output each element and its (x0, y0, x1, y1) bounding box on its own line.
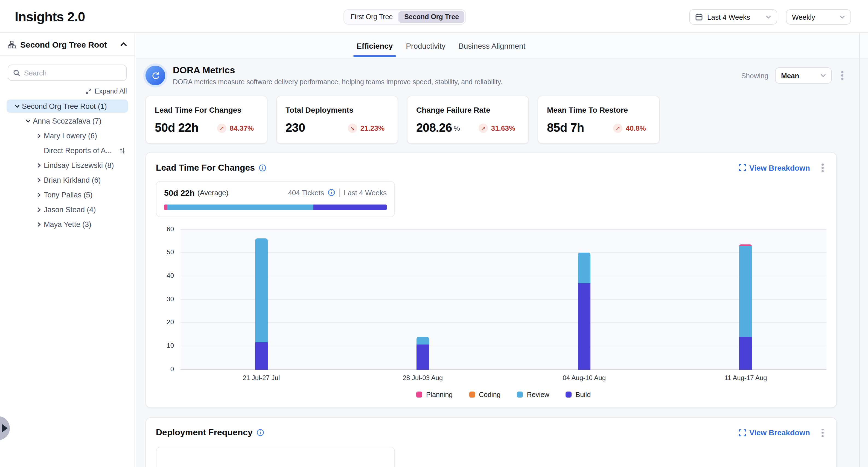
y-axis-tick: 40 (166, 272, 174, 279)
tree-item[interactable]: Second Org Tree Root (1) (6, 99, 128, 113)
metric-title: Total Deployments (285, 105, 389, 114)
tree-item[interactable]: Mary Lowery (6) (6, 129, 128, 142)
x-axis-label: 04 Aug-10 Aug (503, 374, 665, 381)
x-axis-labels: 21 Jul-27 Jul28 Jul-03 Aug04 Aug-10 Aug1… (181, 374, 827, 381)
filter-sliders-icon[interactable] (119, 147, 126, 154)
metric-card-total-deployments: Total Deployments230↘21.23% (276, 96, 398, 144)
expand-all-button[interactable]: Expand All (8, 88, 127, 95)
x-axis-label: 28 Jul-03 Aug (342, 374, 504, 381)
tab-productivity[interactable]: Productivity (406, 33, 445, 58)
lead-time-panel-actions: View Breakdown (739, 161, 827, 174)
tree-item[interactable]: Jason Stead (4) (6, 203, 128, 216)
sidebar-root-label: Second Org Tree Root (20, 40, 116, 49)
kebab-menu-icon[interactable] (819, 426, 827, 439)
chevron-down-icon (840, 15, 845, 19)
tree-item[interactable]: Direct Reports of A... (6, 144, 128, 157)
deployment-panel-header: Deployment Frequency View Breakdown (156, 426, 827, 439)
kebab-menu-icon[interactable] (819, 161, 827, 174)
metric-delta-value: 40.8% (626, 124, 646, 132)
tree-item[interactable]: Lindsay Liszewski (8) (6, 159, 128, 172)
metric-delta: ↗84.37% (217, 123, 254, 133)
y-axis-tick: 10 (166, 342, 174, 349)
phase-segment-planning (164, 204, 167, 210)
tree-item[interactable]: Anna Scozzafava (7) (6, 114, 128, 127)
sidebar-collapse-handle[interactable] (0, 416, 10, 440)
chevron-right-icon[interactable] (34, 190, 44, 199)
stacked-bar-04-aug-10-aug[interactable] (578, 253, 590, 369)
sidebar: Second Org Tree Root Expand All Second O… (0, 33, 135, 467)
metric-cards: Lead Time For Changes50d 22h↗84.37%Total… (146, 96, 837, 144)
metric-row: 208.26%↗31.63% (416, 121, 520, 135)
tree-item[interactable]: Maya Yette (3) (6, 218, 128, 231)
dora-titles: DORA Metrics DORA metrics measure softwa… (173, 65, 741, 86)
metric-value: 85d 7h (547, 121, 584, 135)
chevron-right-icon[interactable] (34, 176, 44, 184)
metric-title: Lead Time For Changes (155, 105, 258, 114)
chevron-down-icon[interactable] (23, 117, 33, 125)
org-tree-icon (8, 40, 16, 49)
search-input[interactable] (24, 69, 121, 77)
tab-efficiency[interactable]: Efficiency (356, 33, 393, 58)
chevron-right-icon[interactable] (34, 205, 44, 214)
deployment-panel-actions: View Breakdown (739, 426, 827, 439)
kebab-menu-icon[interactable] (838, 69, 846, 82)
search-box (8, 65, 127, 81)
stacked-bar-28-jul-03-aug[interactable] (416, 337, 429, 369)
y-axis-tick: 60 (166, 225, 174, 233)
expand-all-label: Expand All (95, 88, 127, 95)
metric-value: 50d 22h (155, 121, 198, 135)
chevron-right-icon[interactable] (34, 220, 44, 228)
tree-item-label: Tony Pallas (5) (44, 191, 128, 199)
chevron-up-icon[interactable] (120, 42, 127, 46)
deployment-title: Deployment Frequency (156, 428, 253, 438)
summary-period: Last 4 Weeks (344, 188, 387, 196)
aggregation-value: Mean (781, 71, 816, 80)
date-range-select[interactable]: Last 4 Weeks (689, 9, 777, 25)
tree-item[interactable]: Brian Kirkland (6) (6, 173, 128, 186)
info-icon[interactable] (256, 429, 264, 437)
stacked-bar-11-aug-17-aug[interactable] (740, 244, 752, 369)
bar-slot (503, 229, 665, 369)
chevron-right-icon[interactable] (34, 131, 44, 140)
bar-segment-review (255, 238, 268, 342)
view-breakdown-icon (739, 429, 746, 436)
bar-segment-review (740, 246, 752, 337)
legend-label: Coding (479, 391, 500, 398)
tab-bar: EfficiencyProductivityBusiness Alignment (136, 33, 868, 59)
tree-item-label: Brian Kirkland (6) (44, 176, 128, 184)
lead-time-chart: 0102030405060 21 Jul-27 Jul28 Jul-03 Aug… (156, 229, 827, 398)
dora-title: DORA Metrics (173, 65, 741, 76)
info-icon[interactable] (259, 164, 266, 172)
content-area: DORA Metrics DORA metrics measure softwa… (136, 59, 868, 467)
tree-item[interactable]: Tony Pallas (5) (6, 188, 128, 201)
chevron-down-icon (766, 15, 771, 19)
metric-title: Change Failure Rate (416, 105, 520, 114)
metric-delta-value: 31.63% (491, 124, 515, 132)
legend-label: Build (576, 391, 591, 398)
legend-label: Review (527, 391, 549, 398)
tree-item-label: Direct Reports of A... (44, 146, 119, 154)
sidebar-header[interactable]: Second Org Tree Root (0, 33, 134, 56)
granularity-select[interactable]: Weekly (786, 9, 851, 25)
info-icon[interactable] (328, 189, 336, 196)
org-tree: Second Org Tree Root (1)Anna Scozzafava … (0, 99, 134, 231)
view-breakdown-button[interactable]: View Breakdown (739, 163, 810, 172)
trend-down-icon: ↘ (348, 123, 357, 133)
stacked-bar-21-jul-27-jul[interactable] (255, 238, 268, 369)
x-axis-label: 11 Aug-17 Aug (665, 374, 827, 381)
metric-delta: ↗40.8% (613, 123, 646, 133)
chevron-down-icon[interactable] (12, 102, 22, 111)
aggregation-select[interactable]: Mean (775, 67, 832, 84)
chevron-right-icon[interactable] (34, 161, 44, 169)
bar-segment-build (578, 283, 590, 369)
toggle-second-org-tree[interactable]: Second Org Tree (399, 11, 464, 23)
view-breakdown-button[interactable]: View Breakdown (739, 429, 810, 437)
metric-card-lead-time-for-changes: Lead Time For Changes50d 22h↗84.37% (146, 96, 268, 144)
bar-segment-build (255, 342, 268, 369)
tab-business-alignment[interactable]: Business Alignment (459, 33, 525, 58)
bars-layer (181, 229, 827, 369)
metric-delta: ↘21.23% (348, 123, 384, 133)
toggle-first-org-tree[interactable]: First Org Tree (345, 11, 398, 23)
legend-swatch (565, 392, 571, 398)
legend-swatch (469, 392, 475, 398)
